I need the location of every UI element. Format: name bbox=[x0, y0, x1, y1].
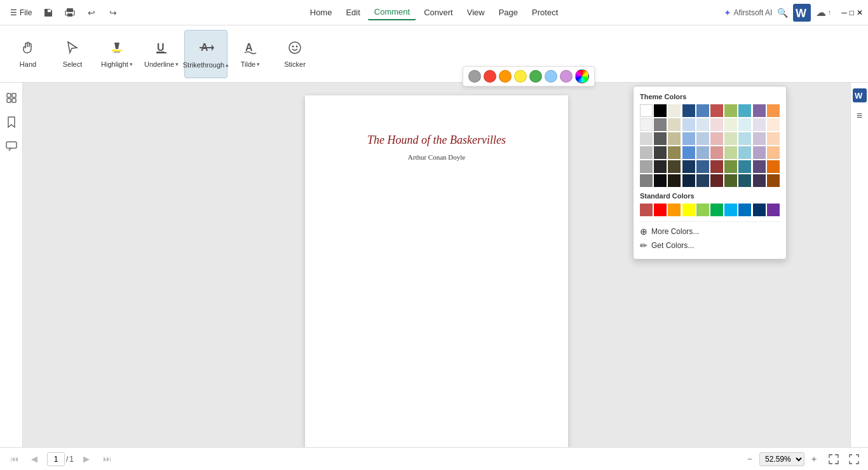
color-cell[interactable] bbox=[710, 118, 723, 131]
nav-page[interactable]: Page bbox=[492, 5, 524, 20]
get-colors-button[interactable]: ✏ Get Colors... bbox=[640, 238, 780, 252]
color-cell[interactable] bbox=[682, 160, 695, 173]
color-cell[interactable] bbox=[640, 146, 653, 159]
color-cell[interactable] bbox=[682, 146, 695, 159]
color-cell[interactable] bbox=[767, 174, 780, 187]
color-cell[interactable] bbox=[668, 132, 681, 145]
color-cell[interactable] bbox=[724, 146, 737, 159]
color-cell[interactable] bbox=[640, 132, 653, 145]
color-cell[interactable] bbox=[668, 104, 681, 117]
color-cell[interactable] bbox=[668, 174, 681, 187]
nav-protect[interactable]: Protect bbox=[526, 5, 564, 20]
right-sidebar-icon[interactable]: ≡ bbox=[852, 108, 867, 123]
quick-color-orange[interactable] bbox=[499, 70, 512, 83]
redo-button[interactable]: ↪ bbox=[104, 4, 122, 22]
quick-color-purple[interactable] bbox=[560, 70, 573, 83]
color-cell[interactable] bbox=[738, 174, 751, 187]
prev-page-button[interactable]: ◀ bbox=[27, 452, 42, 467]
quick-color-rainbow[interactable] bbox=[575, 69, 589, 83]
std-color-cell[interactable] bbox=[654, 204, 667, 216]
color-cell[interactable] bbox=[738, 104, 751, 117]
color-cell[interactable] bbox=[640, 104, 653, 117]
color-cell[interactable] bbox=[724, 118, 737, 131]
sidebar-bookmark-icon[interactable] bbox=[3, 113, 20, 131]
zoom-select[interactable]: 25% 50% 52.59% 75% 100% 150% 200% bbox=[759, 452, 804, 466]
color-cell[interactable] bbox=[753, 174, 766, 187]
ai-button[interactable]: ✦ Afirstsoft AI bbox=[724, 8, 773, 18]
minimize-button[interactable]: ─ bbox=[841, 8, 847, 17]
more-colors-button[interactable]: ⊕ More Colors... bbox=[640, 225, 780, 238]
std-color-cell[interactable] bbox=[767, 204, 780, 216]
color-cell[interactable] bbox=[696, 146, 709, 159]
sticker-tool-button[interactable]: Sticker bbox=[273, 30, 316, 78]
color-cell[interactable] bbox=[682, 174, 695, 187]
std-color-cell[interactable] bbox=[753, 204, 766, 216]
nav-comment[interactable]: Comment bbox=[368, 4, 416, 20]
maximize-button[interactable]: □ bbox=[850, 8, 854, 17]
std-color-cell[interactable] bbox=[682, 204, 695, 216]
zoom-out-button[interactable]: － bbox=[743, 452, 757, 466]
color-cell[interactable] bbox=[753, 118, 766, 131]
color-cell[interactable] bbox=[738, 132, 751, 145]
color-cell[interactable] bbox=[724, 174, 737, 187]
color-cell[interactable] bbox=[640, 118, 653, 131]
color-cell[interactable] bbox=[682, 132, 695, 145]
sidebar-thumbnail-icon[interactable] bbox=[3, 89, 20, 107]
color-cell[interactable] bbox=[753, 146, 766, 159]
color-cell[interactable] bbox=[654, 104, 667, 117]
fullscreen-button[interactable] bbox=[846, 452, 862, 467]
color-cell[interactable] bbox=[696, 160, 709, 173]
color-cell[interactable] bbox=[654, 174, 667, 187]
color-cell[interactable] bbox=[767, 104, 780, 117]
color-cell[interactable] bbox=[767, 118, 780, 131]
first-page-button[interactable]: ⏮ bbox=[6, 452, 22, 467]
quick-color-yellow[interactable] bbox=[514, 70, 527, 83]
color-cell[interactable] bbox=[654, 118, 667, 131]
quick-color-lightblue[interactable] bbox=[545, 70, 557, 83]
color-cell[interactable] bbox=[710, 104, 723, 117]
tilde-tool-button[interactable]: A Tilde ▾ bbox=[229, 30, 272, 78]
std-color-cell[interactable] bbox=[724, 204, 737, 216]
nav-edit[interactable]: Edit bbox=[339, 5, 366, 20]
select-tool-button[interactable]: Select bbox=[51, 30, 94, 78]
color-cell[interactable] bbox=[767, 146, 780, 159]
file-menu[interactable]: ☰ File bbox=[5, 6, 37, 20]
next-page-button[interactable]: ▶ bbox=[79, 452, 94, 467]
color-cell[interactable] bbox=[710, 132, 723, 145]
sidebar-comment-icon[interactable] bbox=[3, 137, 20, 155]
color-cell[interactable] bbox=[710, 160, 723, 173]
color-cell[interactable] bbox=[753, 104, 766, 117]
color-cell[interactable] bbox=[696, 132, 709, 145]
std-color-cell[interactable] bbox=[738, 204, 751, 216]
nav-view[interactable]: View bbox=[461, 5, 491, 20]
color-cell[interactable] bbox=[724, 132, 737, 145]
color-cell[interactable] bbox=[738, 118, 751, 131]
close-button[interactable]: ✕ bbox=[857, 8, 863, 17]
color-cell[interactable] bbox=[668, 160, 681, 173]
fit-page-button[interactable] bbox=[826, 452, 841, 467]
color-cell[interactable] bbox=[724, 160, 737, 173]
color-cell[interactable] bbox=[710, 174, 723, 187]
nav-home[interactable]: Home bbox=[304, 5, 339, 20]
last-page-button[interactable]: ⏭ bbox=[99, 452, 114, 467]
zoom-in-button[interactable]: ＋ bbox=[807, 452, 821, 466]
color-cell[interactable] bbox=[724, 104, 737, 117]
color-cell[interactable] bbox=[738, 160, 751, 173]
std-color-cell[interactable] bbox=[710, 204, 723, 216]
color-cell[interactable] bbox=[767, 160, 780, 173]
color-cell[interactable] bbox=[668, 146, 681, 159]
print-button[interactable] bbox=[61, 4, 79, 22]
quick-color-gray[interactable] bbox=[468, 70, 481, 83]
color-cell[interactable] bbox=[753, 160, 766, 173]
quick-color-green[interactable] bbox=[529, 70, 542, 83]
color-cell[interactable] bbox=[738, 146, 751, 159]
undo-button[interactable]: ↩ bbox=[83, 4, 100, 22]
cloud-save-button[interactable]: ☁ ↑ bbox=[816, 6, 831, 18]
hand-tool-button[interactable]: Hand bbox=[6, 30, 50, 78]
nav-convert[interactable]: Convert bbox=[417, 5, 459, 20]
color-cell[interactable] bbox=[696, 174, 709, 187]
strikethrough-tool-button[interactable]: A Strikethrough ▴ bbox=[184, 30, 227, 78]
color-cell[interactable] bbox=[753, 132, 766, 145]
save-button[interactable] bbox=[39, 4, 57, 22]
color-cell[interactable] bbox=[696, 104, 709, 117]
